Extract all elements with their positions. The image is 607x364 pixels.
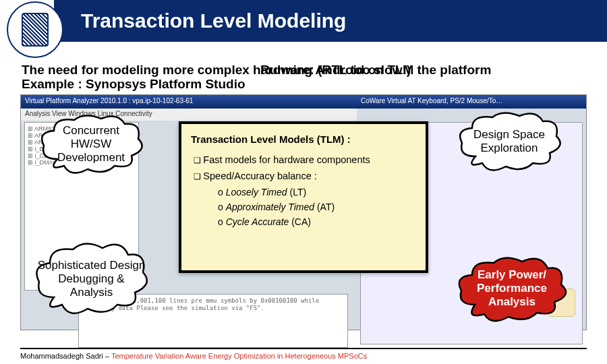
- tlm-bullet-2: Speed/Accuracy balance :: [194, 171, 416, 181]
- cloud-2-text: Design Space Exploration: [455, 128, 563, 155]
- slide-header: Transaction Level Modeling: [0, 0, 607, 42]
- intro-text-b: Running Android on TLM the platform: [260, 63, 491, 77]
- tlm-sub-2-text: Approximately Timed: [226, 202, 314, 212]
- crest-inner-icon: [22, 13, 49, 47]
- cloud-1-text: Concurrent HW/SW Development: [37, 124, 145, 164]
- tlm-bullet-1: Fast models for hardware components: [194, 154, 416, 165]
- university-crest-icon: [7, 1, 63, 58]
- tlm-sub-3-text: Cycle Accurate: [226, 216, 289, 227]
- footer-author: Mohammadsadegh Sadri –: [20, 352, 111, 360]
- tlm-sub-3-paren: (CA): [291, 216, 311, 227]
- intro-line-2: Example : Synopsys Platform Studio: [22, 77, 245, 92]
- tlm-sub-1: Loosely Timed (LT): [218, 187, 416, 198]
- tlm-sub-2: Approximately Timed (AT): [218, 202, 416, 212]
- tlm-title: Transaction Level Models (TLM) :: [191, 133, 416, 145]
- header-bar: Transaction Level Modeling: [54, 0, 607, 42]
- cloud-3-text: Sophisticated Design Debugging & Analysi…: [32, 259, 150, 299]
- slide-footer: Mohammadsadegh Sadri – Temperature Varia…: [20, 348, 587, 360]
- cloud-debugging-analysis: Sophisticated Design Debugging & Analysi…: [32, 240, 150, 317]
- tlm-sub-1-text: Loosely Timed: [226, 187, 287, 198]
- tlm-sub-2-paren: (AT): [317, 202, 335, 212]
- tlm-sub-3: Cycle Accurate (CA): [218, 216, 416, 227]
- cloud-4-text: Early Power/ Performance Analysis: [455, 268, 569, 309]
- tlm-callout-box: Transaction Level Models (TLM) : Fast mo…: [179, 121, 428, 273]
- footer-topic: Temperature Variation Aware Energy Optim…: [111, 352, 367, 360]
- cloud-power-performance: Early Power/ Performance Analysis: [455, 255, 569, 322]
- tlm-sub-1-paren: (LT): [290, 187, 307, 198]
- window-titlebar-right: CoWare Virtual AT Keyboard, PS/2 Mouse/T…: [357, 95, 586, 109]
- slide: Transaction Level Modeling The need for …: [0, 0, 607, 364]
- intro-line-1: The need for modeling more complex hardw…: [22, 63, 594, 77]
- cloud-concurrent-hwsw: Concurrent HW/SW Development: [37, 112, 145, 176]
- cloud-design-space: Design Space Exploration: [455, 109, 563, 173]
- slide-title: Transaction Level Modeling: [81, 9, 346, 32]
